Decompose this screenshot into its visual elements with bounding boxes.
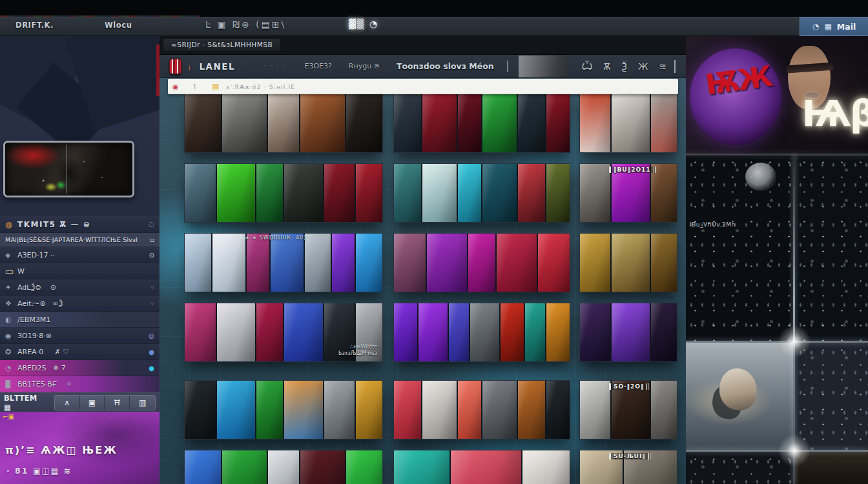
- sidebar-item-3[interactable]: ▭W: [0, 263, 160, 279]
- thumbnail[interactable]: [458, 94, 481, 152]
- thumbnail-strip-r-4[interactable]: SО·‖2O‖: [579, 380, 677, 439]
- thumbnail[interactable]: [268, 450, 298, 484]
- thumbnail[interactable]: [501, 303, 524, 361]
- thumbnail[interactable]: [217, 381, 256, 439]
- thumbnail[interactable]: [518, 94, 545, 152]
- sidebar-toolbar-button-3[interactable]: ▥: [130, 396, 155, 410]
- thumbnail[interactable]: [305, 234, 331, 292]
- thumbnail[interactable]: [394, 303, 417, 361]
- thumbnail[interactable]: [422, 164, 457, 222]
- thumbnail[interactable]: [612, 94, 650, 152]
- thumbnail[interactable]: [580, 381, 610, 439]
- header-action-icon-2[interactable]: Ѯ: [621, 61, 627, 72]
- sidebar-toolbar-button-2[interactable]: Ħ: [105, 396, 130, 410]
- thumbnail[interactable]: [217, 303, 256, 361]
- thumbnail[interactable]: [580, 94, 610, 152]
- search-bar[interactable]: ◉ 1 ▤ з∴ЯѦѫ:ó2 · S:нil.lЕ: [168, 79, 678, 94]
- thumbnail[interactable]: [212, 234, 245, 292]
- thumbnail[interactable]: [247, 234, 269, 292]
- thumbnail[interactable]: [185, 164, 216, 222]
- thumbnail[interactable]: [346, 94, 382, 152]
- thumbnail-strip-l-0[interactable]: [184, 94, 383, 153]
- browser-menu-item-2[interactable]: Wlocu: [105, 21, 132, 30]
- header-nav-item-0[interactable]: E3OE3?: [304, 62, 331, 70]
- thumbnail[interactable]: [482, 381, 517, 439]
- brand-title[interactable]: LANEL: [199, 61, 235, 72]
- header-action-icon-0[interactable]: Ѽ: [582, 61, 593, 72]
- sidebar-toolbar-button-1[interactable]: ▣: [80, 396, 105, 410]
- sidebar-item-10[interactable]: ▓ВВ1ТЕ5·ВҒ ✧: [0, 376, 160, 392]
- sidebar-item-6[interactable]: ◐/ЕВМЗМ1: [0, 312, 160, 328]
- thumbnail[interactable]: [427, 234, 467, 292]
- thumbnail-strip-m-2[interactable]: [393, 233, 570, 292]
- thumbnail[interactable]: [470, 303, 499, 361]
- thumbnail-strip-m-4[interactable]: [393, 380, 570, 439]
- thumbnail[interactable]: [222, 94, 267, 152]
- thumbnail[interactable]: [522, 450, 570, 484]
- thumbnail[interactable]: [256, 381, 283, 439]
- thumbnail[interactable]: [356, 164, 382, 222]
- thumbnail[interactable]: [256, 303, 283, 361]
- thumbnail[interactable]: [612, 303, 650, 361]
- sidebar-item-9[interactable]: ◔АВЕD2Ѕ ❄ 7●: [0, 360, 160, 376]
- thumbnail[interactable]: [217, 164, 256, 222]
- thumbnail[interactable]: [271, 234, 304, 292]
- thumbnail[interactable]: [580, 303, 610, 361]
- thumbnail[interactable]: [497, 234, 537, 292]
- thumbnail[interactable]: [394, 94, 421, 152]
- header-nav-item-2[interactable]: Тооnзdоо slоvз Мéоn: [397, 61, 494, 71]
- header-action-icon-4[interactable]: ≋: [659, 61, 666, 72]
- thumbnail[interactable]: [346, 450, 382, 484]
- thumbnail-strip-m-1[interactable]: [393, 163, 570, 223]
- sidebar-toolbar-button-0[interactable]: ∧: [55, 396, 80, 410]
- thumbnail[interactable]: [482, 94, 517, 152]
- thumbnail[interactable]: [394, 164, 421, 222]
- thumbnail[interactable]: [185, 450, 221, 484]
- thumbnail[interactable]: [580, 234, 610, 292]
- browser-menu-item-1[interactable]: DRIFT.K.: [16, 21, 54, 30]
- thumbnail-strip-l-4[interactable]: [184, 380, 383, 439]
- thumbnail[interactable]: [284, 381, 323, 439]
- thumbnail[interactable]: [651, 234, 677, 292]
- thumbnail[interactable]: [185, 381, 216, 439]
- sidebar-item-1[interactable]: MАì|BĿ|SÈ&ЅЕ·ЈАРТАRЕÀ·WЇТТЛCЊЕ Slvзl▫: [0, 233, 160, 247]
- thumbnail[interactable]: [422, 381, 457, 439]
- thumbnail[interactable]: [458, 381, 481, 439]
- page-tab[interactable]: ≈SRIJDr · S&t&зLМНННМSB: [163, 39, 280, 51]
- site-logo-icon[interactable]: [169, 59, 181, 74]
- thumbnail-strip-r-1[interactable]: ‖BU‖2O11: [579, 163, 677, 223]
- thumbnail[interactable]: [651, 303, 677, 361]
- thumbnail[interactable]: [612, 234, 650, 292]
- thumbnail[interactable]: [394, 234, 426, 292]
- thumbnail[interactable]: [518, 164, 545, 222]
- mail-button[interactable]: ◔ ▦ Mail: [800, 17, 868, 36]
- thumbnail-strip-l-2[interactable]: ∗·∗ SWDПIIIIК· 40): [184, 233, 383, 292]
- thumbnail[interactable]: [525, 303, 545, 361]
- thumbnail[interactable]: [284, 303, 323, 361]
- thumbnail-strip-r-0[interactable]: [579, 94, 677, 153]
- sidebar-item-4[interactable]: ✦AdLѮ⊜ ⊙◦: [0, 279, 160, 296]
- thumbnail[interactable]: [222, 450, 267, 484]
- thumbnail[interactable]: [185, 303, 216, 361]
- sidebar-ad-panel[interactable]: ⌐▣ π)’≡ ѦЖ◫ ЊЕЖ · 81 ▣◫▦ ≋: [0, 412, 160, 484]
- header-action-icon-1[interactable]: Ѫ: [603, 61, 610, 72]
- sidebar-item-0[interactable]: ◍TKMIT5 Ѫ — ⊜◌: [0, 216, 160, 233]
- thumbnail[interactable]: [449, 303, 469, 361]
- header-nav-item-1[interactable]: Rнуgu ⊜: [349, 62, 380, 70]
- thumbnail[interactable]: [356, 381, 382, 439]
- thumbnail[interactable]: [468, 234, 495, 292]
- thumbnail[interactable]: [418, 303, 448, 361]
- thumbnail[interactable]: [546, 164, 570, 222]
- thumbnail[interactable]: [651, 94, 677, 152]
- thumbnail[interactable]: [324, 164, 355, 222]
- thumbnail-strip-r-2[interactable]: [579, 233, 677, 292]
- hero-promo-image[interactable]: ѬЖ Ѩβ: [686, 35, 868, 155]
- thumbnail[interactable]: [394, 381, 421, 439]
- thumbnail[interactable]: [332, 234, 355, 292]
- browser-status-icons[interactable]: ▓▒ ◔: [349, 19, 378, 29]
- thumbnail[interactable]: [284, 164, 323, 222]
- thumbnail[interactable]: [458, 164, 481, 222]
- thumbnail[interactable]: [300, 94, 346, 152]
- thumbnail[interactable]: [422, 94, 457, 152]
- thumbnail[interactable]: [268, 94, 298, 152]
